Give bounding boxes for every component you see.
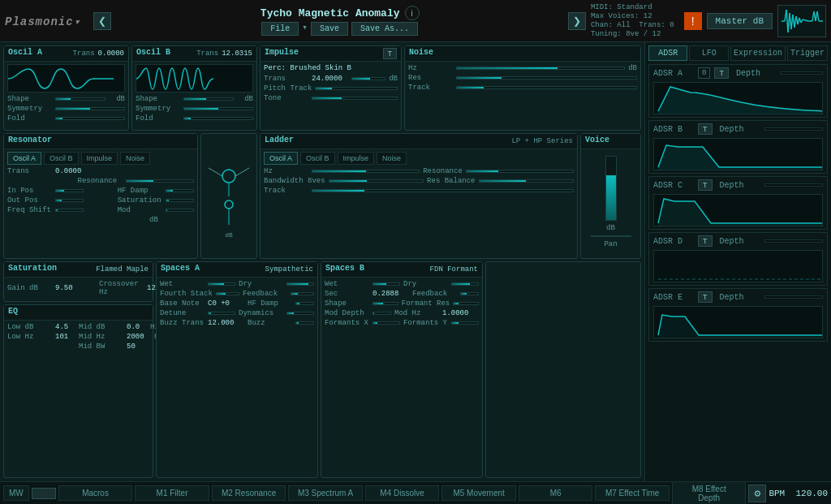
tab-trigger[interactable]: Trigger: [787, 45, 828, 61]
mw-button[interactable]: MW: [3, 485, 29, 501]
adsr-b-depth-slider[interactable]: [764, 127, 824, 131]
resonator-hfdamp-slider[interactable]: [166, 189, 194, 192]
ladder-resbalance-slider[interactable]: [479, 179, 574, 183]
adsr-a-depth-slider[interactable]: [781, 71, 823, 75]
adsr-c-t-button[interactable]: T: [698, 179, 713, 191]
spaces-a-stack-slider[interactable]: [216, 292, 239, 295]
spaces-b-wet-slider[interactable]: [372, 282, 400, 286]
spaces-b-moddepth-slider[interactable]: [372, 312, 391, 315]
adsr-a-t-button[interactable]: T: [714, 67, 729, 79]
adsr-a-label: ADSR A: [653, 69, 694, 78]
ladder-track-slider[interactable]: [312, 189, 574, 192]
m8-button[interactable]: M8 Effect Depth: [672, 481, 747, 505]
ladder-oscil-b-btn[interactable]: Oscil B: [300, 152, 335, 165]
m5-button[interactable]: M5 Movement: [441, 485, 516, 501]
resonator-oscil-a-btn[interactable]: Oscil A: [7, 152, 41, 165]
adsr-d-t-button[interactable]: T: [698, 235, 713, 247]
noise-res-slider[interactable]: [456, 76, 637, 80]
adsr-e-t-button[interactable]: T: [698, 291, 713, 303]
oscil-a-trans-value: 0.0000: [98, 50, 124, 58]
impulse-pitchtrack-slider[interactable]: [315, 87, 398, 90]
m4-button[interactable]: M4 Dissolve: [365, 485, 440, 501]
preset-info-button[interactable]: i: [405, 6, 420, 20]
voice-pan-slider[interactable]: [591, 235, 631, 237]
spaces-a-wet-slider[interactable]: [208, 282, 235, 286]
eq-titlebar: EQ: [4, 305, 153, 321]
ladder-hz-slider[interactable]: [312, 170, 420, 173]
ladder-oscil-a-btn[interactable]: Oscil A: [264, 152, 298, 165]
spaces-a-buzz-slider[interactable]: [295, 321, 314, 325]
spaces-b-formantsx-slider[interactable]: [372, 321, 400, 325]
adsr-d-depth-slider[interactable]: [764, 239, 824, 243]
impulse-pitchtrack-label: Pitch Track: [264, 84, 312, 93]
gear-button[interactable]: ⚙: [748, 485, 766, 502]
resonator-freqshift-slider[interactable]: [55, 209, 84, 212]
adsr-d-row: ADSR D T Depth: [648, 232, 828, 286]
m7-button[interactable]: M7 Effect Time: [595, 485, 670, 501]
oscil-b-symmetry-slider[interactable]: [183, 107, 253, 110]
m3-button[interactable]: M3 Spectrum A: [288, 485, 363, 501]
resonator-resonance-slider[interactable]: [126, 179, 195, 183]
spaces-a-dynamics-slider[interactable]: [286, 312, 314, 315]
ladder-resbalance-label: Res Balance: [427, 177, 475, 185]
adsr-b-curve: [654, 139, 822, 170]
oscil-a-symmetry-slider[interactable]: [55, 107, 125, 110]
oscil-a-fold-row: Fold: [7, 114, 125, 123]
adsr-e-depth-slider[interactable]: [764, 295, 824, 299]
impulse-tone-label: Tone: [264, 94, 308, 102]
spaces-b-dry-slider[interactable]: [451, 282, 479, 286]
resonator-inpos-slider[interactable]: [55, 189, 84, 192]
macros-button[interactable]: Macros: [58, 485, 133, 501]
oscil-b-shape-slider[interactable]: [183, 97, 234, 101]
oscil-a-fold-slider[interactable]: [55, 117, 125, 120]
impulse-trans-slider[interactable]: [351, 77, 385, 80]
tab-lfo[interactable]: LFO: [689, 45, 728, 61]
ladder-impulse-btn[interactable]: Impulse: [338, 152, 375, 165]
m2-button[interactable]: M2 Resonance: [212, 485, 286, 501]
spaces-b-formantsy-slider[interactable]: [451, 321, 479, 325]
spaces-a-dry-slider[interactable]: [286, 282, 314, 286]
file-dropdown-arrow[interactable]: ▾: [302, 22, 308, 36]
svg-point-19: [222, 170, 235, 183]
mw-slider[interactable]: [32, 488, 56, 499]
alert-button[interactable]: !: [684, 12, 702, 30]
resonator-outpos-slider[interactable]: [55, 199, 84, 202]
tab-expression[interactable]: Expression: [730, 45, 786, 61]
spaces-b-formantres-slider[interactable]: [453, 302, 479, 305]
filter-center-inner: dB Ladder LP + HP Series Oscil A Osc: [200, 133, 578, 259]
nav-next-button[interactable]: ❯: [568, 12, 586, 30]
spaces-b-feedback-slider[interactable]: [460, 292, 479, 295]
oscil-b-fold-slider[interactable]: [183, 117, 253, 120]
spaces-b-shape-slider[interactable]: [372, 302, 398, 305]
resonator-oscil-b-btn[interactable]: Oscil B: [44, 152, 79, 165]
impulse-t-button[interactable]: T: [383, 48, 398, 59]
ladder-noise-btn[interactable]: Noise: [377, 152, 407, 165]
adsr-b-t-button[interactable]: T: [698, 123, 713, 135]
master-db-button[interactable]: Master dB: [707, 13, 773, 29]
tab-adsr[interactable]: ADSR: [648, 45, 687, 61]
ladder-bandwidth-slider[interactable]: [329, 179, 424, 183]
impulse-tone-slider[interactable]: [312, 97, 398, 100]
noise-track-slider[interactable]: [456, 86, 637, 89]
spaces-a-detune-slider[interactable]: [208, 312, 235, 315]
save-button[interactable]: Save: [311, 22, 348, 36]
noise-hz-slider[interactable]: [456, 67, 625, 70]
resonator-impulse-btn[interactable]: Impulse: [81, 152, 118, 165]
spaces-a-hfdamp-slider[interactable]: [295, 302, 314, 305]
ladder-resonance-slider[interactable]: [466, 170, 574, 173]
adsr-c-depth-slider[interactable]: [764, 183, 824, 187]
resonator-freqshift-row: Freq Shift Mod: [7, 206, 194, 214]
voice-volume-slider[interactable]: [605, 156, 617, 221]
save-as-button[interactable]: Save As...: [351, 22, 418, 36]
m6-button[interactable]: M6: [519, 485, 593, 501]
resonator-noise-btn[interactable]: Noise: [120, 152, 150, 165]
oscil-a-shape-slider[interactable]: [55, 97, 105, 101]
resonator-saturation-slider[interactable]: [166, 199, 194, 202]
m1-button[interactable]: M1 Filter: [135, 485, 209, 501]
adsr-a-zero-btn[interactable]: 0: [698, 67, 710, 79]
nav-prev-button[interactable]: ❮: [93, 12, 111, 30]
app-dropdown-arrow[interactable]: ▾: [74, 16, 81, 28]
spaces-a-feedback-slider[interactable]: [291, 292, 314, 295]
resonator-mod-slider[interactable]: [166, 209, 194, 212]
file-button[interactable]: File: [261, 22, 299, 36]
